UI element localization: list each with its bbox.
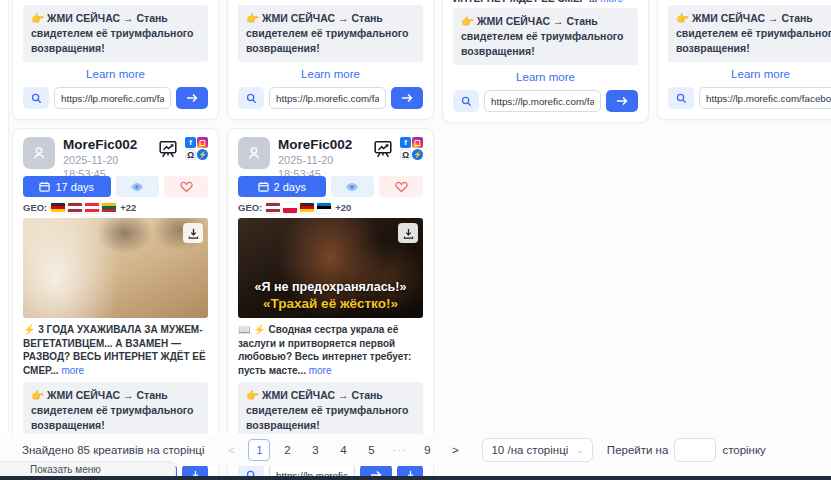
ad-text: ⚡ 3 ГОДА УХАЖИВАЛА ЗА МУЖЕМ-ВЕГЕТАТИВЦЕМ… [23,323,208,377]
creative-card-partial: ИНТЕРНЕТ ЖДЁТ ЕЁ СМЕР ... more 👉 ЖМИ СЕЙ… [442,0,649,123]
search-icon [461,96,472,107]
search-icon [31,93,42,104]
favorite-button[interactable] [164,176,208,197]
eye-icon [130,182,144,192]
ad-text-content: ИНТЕРНЕТ ЖДЁТ ЕЁ СМЕР ... [453,0,597,4]
landing-url-input[interactable] [484,90,601,112]
facebook-icon: f [185,137,196,148]
search-button[interactable] [453,90,479,112]
user-avatar-icon [246,145,262,161]
creatives-spy-page: 👉 ЖМИ СЕЙЧАС → Стань свидетелем её триум… [0,0,831,480]
prev-page-button[interactable]: < [220,439,242,461]
promo-box: 👉 ЖМИ СЕЙЧАС → Стань свидетелем её триум… [238,5,423,62]
ad-text-content: ⚡ 3 ГОДА УХАЖИВАЛА ЗА МУЖЕМ-ВЕГЕТАТИВЦЕМ… [23,324,206,376]
placement-icons: f ◻ Ω ⚡ [400,137,423,160]
avatar [238,137,270,169]
search-icon [676,93,687,104]
header-icons: f ◻ Ω ⚡ [372,137,423,160]
column-2: 👉 ЖМИ СЕЙЧАС → Стань свидетелем её триум… [227,0,434,480]
more-link[interactable]: more [309,365,332,376]
arrow-right-icon [616,96,628,106]
landing-url-input[interactable] [269,87,386,109]
column-4: 👉 ЖМИ СЕЙЧАС → Стань свидетелем её триум… [657,0,831,120]
geo-flags [51,203,116,213]
favorite-button[interactable] [379,176,423,197]
page-2-button[interactable]: 2 [276,439,298,461]
page-9-button[interactable]: 9 [416,439,438,461]
search-button[interactable] [23,87,49,109]
creative-image[interactable] [23,218,208,318]
page-1-button[interactable]: 1 [248,439,270,461]
url-row [238,87,423,109]
user-avatar-icon [31,145,47,161]
url-row [23,87,208,109]
learn-more-link[interactable]: Learn more [453,71,638,85]
heart-icon [180,181,193,193]
goto-page-input[interactable] [674,438,716,462]
url-row [668,87,831,109]
column-3: ИНТЕРНЕТ ЖДЁТ ЕЁ СМЕР ... more 👉 ЖМИ СЕЙ… [442,0,649,123]
messenger-icon: ⚡ [197,149,208,160]
download-image-button[interactable] [183,223,203,243]
arrow-right-icon [186,93,198,103]
promo-box: 👉 ЖМИ СЕЙЧАС → Стань свидетелем её триум… [668,5,831,62]
preview-button[interactable] [116,176,160,197]
overlay-line-1: «Я не предохранялась!» [238,279,423,295]
more-link[interactable]: more [600,0,623,4]
days-active-button[interactable]: 2 days [238,176,326,197]
action-buttons-row: 17 days [23,176,208,197]
landing-url-input[interactable] [54,87,171,109]
header-icons: f ◻ Ω ⚡ [157,137,208,160]
landing-url-input[interactable] [699,87,831,109]
cutoff-card-edge [0,0,9,432]
calendar-icon [258,181,269,192]
eye-icon [345,182,359,192]
page-4-button[interactable]: 4 [332,439,354,461]
open-url-button[interactable] [176,87,208,109]
creative-image[interactable]: «Я не предохранялась!» «Трахай её жёстко… [238,218,423,318]
page-name: MoreFic002 [278,137,372,153]
calendar-icon [39,181,50,192]
open-url-button[interactable] [606,90,638,112]
geo-row: GEO: +22 [23,202,208,213]
open-url-button[interactable] [391,87,423,109]
easel-chart-icon[interactable] [157,138,179,160]
action-buttons-row: 2 days [238,176,423,197]
download-image-button[interactable] [398,223,418,243]
page-meta: MoreFic002 2025-11-20 18:53:45 [278,137,372,181]
geo-label: GEO: [23,202,47,213]
days-active-button[interactable]: 17 days [23,176,111,197]
overlay-line-2: «Трахай её жёстко!» [238,295,423,312]
page-3-button[interactable]: 3 [304,439,326,461]
image-decoration [23,218,208,318]
more-pages-ellipsis[interactable]: ··· [388,439,410,461]
preview-button[interactable] [331,176,375,197]
messenger-icon: ⚡ [412,149,423,160]
heart-icon [395,181,408,193]
geo-row: GEO: +20 [238,202,423,213]
easel-chart-icon[interactable] [372,138,394,160]
audience-network-icon: Ω [185,149,196,160]
facebook-icon: f [400,137,411,148]
creative-card-partial: 👉 ЖМИ СЕЙЧАС → Стань свидетелем её триум… [227,0,434,120]
learn-more-link[interactable]: Learn more [23,68,208,82]
learn-more-link[interactable]: Learn more [668,68,831,82]
avatar [23,137,55,169]
instagram-icon: ◻ [412,137,423,148]
instagram-icon: ◻ [197,137,208,148]
results-count: Знайдено 85 креативів на сторінці [22,444,204,456]
promo-box: 👉 ЖМИ СЕЙЧАС → Стань свидетелем её триум… [23,5,208,62]
card-header: MoreFic002 2025-11-20 18:53:45 f ◻ Ω ⚡ [23,137,208,171]
geo-flags [266,203,331,213]
per-page-select[interactable]: 10 /на сторінці ⌄ [482,438,592,462]
next-page-button[interactable]: > [444,439,466,461]
promo-box: 👉 ЖМИ СЕЙЧАС → Стань свидетелем её триум… [453,8,638,65]
show-menu-button[interactable]: Показать меню [0,461,176,476]
days-label: 17 days [55,181,94,193]
card-header: MoreFic002 2025-11-20 18:53:45 f ◻ Ω ⚡ [238,137,423,171]
search-button[interactable] [668,87,694,109]
learn-more-link[interactable]: Learn more [238,68,423,82]
page-5-button[interactable]: 5 [360,439,382,461]
search-button[interactable] [238,87,264,109]
more-link[interactable]: more [61,365,84,376]
